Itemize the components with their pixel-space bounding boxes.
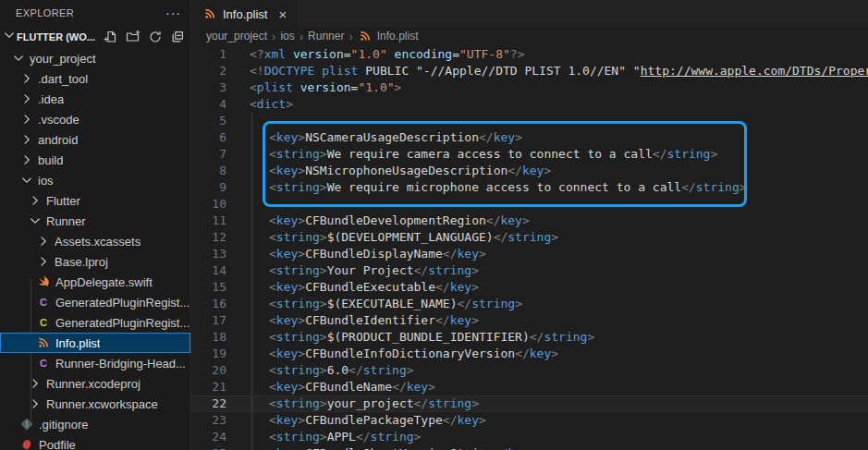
breadcrumb-separator: › — [272, 30, 275, 43]
chevron-down-icon — [28, 213, 43, 228]
tree-item-assets-xcassets[interactable]: Assets.xcassets — [0, 231, 190, 251]
workspace-section-header[interactable]: FLUTTER (WO... — [0, 26, 190, 48]
tree-item-idea[interactable]: .idea — [0, 89, 190, 109]
collapse-all-icon[interactable] — [169, 30, 185, 45]
code-line-content[interactable]: <key>CFBundleShortVersionString</key> — [226, 445, 537, 450]
tree-item-label: build — [38, 153, 63, 167]
tree-item-android[interactable]: android — [0, 129, 190, 150]
chevron-right-icon — [19, 112, 34, 127]
git-icon — [19, 417, 34, 432]
code-line-content[interactable] — [226, 196, 269, 213]
tree-item-label: GeneratedPluginRegist... — [55, 296, 189, 310]
tree-item-base-lproj[interactable]: Base.lproj — [0, 251, 190, 272]
code-line-content[interactable]: <string>We require microphone access to … — [226, 179, 747, 196]
tree-item-runner[interactable]: Runner — [0, 211, 190, 231]
tree-item-your-project[interactable]: your_project — [0, 48, 190, 68]
code-line-14: 14<string>Your Project</string> — [191, 262, 868, 279]
tree-item-label: GeneratedPluginRegist... — [55, 316, 189, 330]
breadcrumb-separator: › — [300, 30, 303, 43]
line-number: 1 — [191, 46, 226, 63]
code-line-content[interactable]: <string>your_project</string> — [226, 395, 479, 412]
tree-item-gitignore[interactable]: .gitignore — [0, 414, 190, 434]
tree-item-flutter[interactable]: Flutter — [0, 190, 190, 211]
tree-item-build[interactable]: build — [0, 150, 190, 170]
chevron-right-icon — [28, 376, 43, 391]
code-line-content[interactable]: <dict> — [226, 96, 293, 113]
code-line-content[interactable]: <string>6.0</string> — [226, 362, 414, 379]
tree-item-appdelegate-swift[interactable]: AppDelegate.swift — [0, 272, 190, 292]
tab-info-plist[interactable]: Info.plist × — [191, 0, 297, 28]
breadcrumb-item-project[interactable]: your_project — [206, 30, 267, 43]
line-number: 23 — [191, 412, 226, 429]
code-line-content[interactable]: <key>CFBundleDevelopmentRegion</key> — [226, 213, 530, 229]
chevron-down-icon — [19, 173, 34, 188]
code-line-content[interactable]: <string>APPL</string> — [226, 429, 421, 445]
c-purple-icon: C — [36, 295, 51, 310]
code-line-18: 18<string>$(PRODUCT_BUNDLE_IDENTIFIER)</… — [191, 329, 868, 346]
code-line-13: 13<key>CFBundleDisplayName</key> — [191, 246, 868, 262]
tree-item-label: Base.lproj — [55, 255, 108, 269]
code-line-content[interactable]: <!DOCTYPE plist PUBLIC "-//Apple//DTD PL… — [226, 63, 868, 79]
chevron-right-icon — [19, 71, 34, 86]
breadcrumb-item-file[interactable]: Info.plist — [377, 30, 419, 43]
code-line-content[interactable]: <key>NSCameraUsageDescription</key> — [226, 129, 522, 146]
vscode-window: EXPLORER ··· FLUTTER (WO... your_project… — [0, 0, 868, 450]
code-line-content[interactable]: <key>CFBundlePackageType</key> — [226, 412, 486, 429]
tree-item-label: AppDelegate.swift — [55, 275, 153, 289]
line-number: 21 — [191, 379, 226, 395]
line-number: 3 — [191, 79, 226, 96]
chevron-right-icon — [19, 91, 34, 106]
code-line-content[interactable]: <key>CFBundleInfoDictionaryVersion</key> — [226, 346, 558, 362]
chevron-right-icon — [19, 132, 34, 147]
tree-item-generatedpluginregist[interactable]: CGeneratedPluginRegist... — [0, 292, 190, 312]
line-number: 11 — [191, 213, 226, 229]
more-actions-icon[interactable]: ··· — [165, 8, 181, 18]
tree-item-info-plist[interactable]: Info.plist — [0, 333, 190, 353]
tree-item-runner-xcworkspace[interactable]: Runner.xcworkspace — [0, 394, 190, 414]
tree-item-label: ios — [38, 174, 54, 188]
explorer-sidebar: EXPLORER ··· FLUTTER (WO... your_project… — [0, 0, 191, 450]
tree-item-runner-bridging-head[interactable]: CRunner-Bridging-Head... — [0, 353, 190, 373]
explorer-title: EXPLORER — [16, 7, 74, 18]
tree-item-ios[interactable]: ios — [0, 170, 190, 190]
code-line-content[interactable]: <key>CFBundleIdentifier</key> — [226, 312, 479, 329]
code-line-9: 9<string>We require microphone access to… — [191, 179, 868, 196]
code-line-15: 15<key>CFBundleExecutable</key> — [191, 279, 868, 296]
tree-item-label: Runner-Bridging-Head... — [55, 357, 186, 371]
code-line-3: 3<plist version="1.0"> — [191, 79, 868, 96]
tree-item-runner-xcodeproj[interactable]: Runner.xcodeproj — [0, 373, 190, 394]
code-line-content[interactable]: <key>NSMicrophoneUsageDescription</key> — [226, 163, 551, 179]
code-line-content[interactable]: <string>We require camera access to conn… — [226, 146, 717, 163]
code-line-content[interactable]: <key>CFBundleName</key> — [226, 379, 435, 395]
line-number: 12 — [191, 229, 226, 246]
refresh-icon[interactable] — [147, 30, 163, 45]
tree-item-dart-tool[interactable]: .dart_tool — [0, 68, 190, 89]
new-folder-icon[interactable] — [125, 30, 141, 45]
code-line-1: 1<?xml version="1.0" encoding="UTF-8"?> — [191, 46, 868, 63]
code-line-content[interactable]: <key>CFBundleExecutable</key> — [226, 279, 479, 296]
code-line-content[interactable]: <string>$(DEVELOPMENT_LANGUAGE)</string> — [226, 229, 558, 246]
tree-item-label: Podfile — [39, 438, 76, 450]
code-line-content[interactable]: <plist version="1.0"> — [226, 79, 401, 96]
code-line-content[interactable]: <?xml version="1.0" encoding="UTF-8"?> — [226, 46, 524, 63]
code-line-8: 8<key>NSMicrophoneUsageDescription</key> — [191, 163, 868, 179]
explorer-header: EXPLORER ··· — [0, 0, 190, 26]
close-icon[interactable]: × — [278, 7, 287, 21]
code-line-content[interactable]: <key>CFBundleDisplayName</key> — [226, 246, 486, 262]
line-number: 6 — [191, 129, 226, 146]
code-editor[interactable]: 1<?xml version="1.0" encoding="UTF-8"?>2… — [191, 44, 868, 450]
code-line-content[interactable]: <string>Your Project</string> — [226, 262, 479, 279]
breadcrumb-item-ios[interactable]: ios — [280, 30, 294, 43]
line-number: 5 — [191, 113, 226, 129]
line-number: 15 — [191, 279, 226, 296]
chevron-right-icon — [19, 152, 34, 167]
code-line-content[interactable]: <string>$(PRODUCT_BUNDLE_IDENTIFIER)</st… — [226, 329, 594, 346]
tree-item-generatedpluginregist[interactable]: CGeneratedPluginRegist... — [0, 312, 190, 333]
code-line-content[interactable]: <string>$(EXECUTABLE_NAME)</string> — [226, 296, 522, 312]
new-file-icon[interactable] — [103, 30, 118, 45]
code-line-content[interactable] — [226, 113, 269, 129]
tree-item-podfile[interactable]: Podfile — [0, 434, 190, 450]
code-line-23: 23<key>CFBundlePackageType</key> — [191, 412, 868, 429]
breadcrumb-item-runner[interactable]: Runner — [308, 30, 344, 43]
tree-item-vscode[interactable]: .vscode — [0, 109, 190, 129]
